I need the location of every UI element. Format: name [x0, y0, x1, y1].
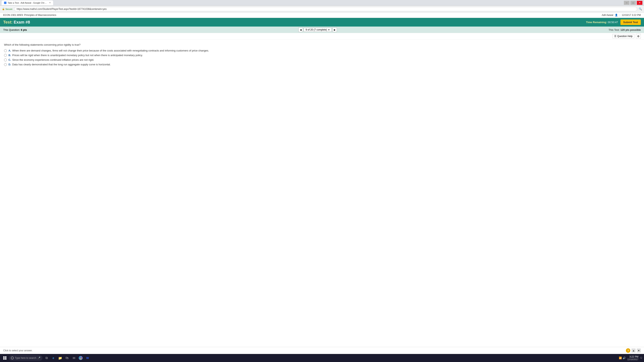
question-help-button[interactable]: ☰ Question Help [612, 34, 634, 38]
question-pts-label: This Question: [3, 28, 20, 31]
nav-progress-text: 9 of 20 (7 complete) [306, 28, 327, 31]
option-letter-a: A. [8, 49, 12, 52]
click-to-select-text: Click to select your answer. [3, 349, 32, 352]
windows-taskbar: Type here to search 🎤 ⧉ e 📁 🛍 ✉ W 📶 🔊 3:… [0, 354, 644, 362]
taskbar-search-text: Type here to search [15, 357, 36, 360]
taskbar-time-value: 3:22 PM [627, 355, 638, 358]
time-remaining-label: Time Remaining: [586, 21, 607, 24]
radio-option-d[interactable] [4, 63, 7, 66]
tab-close-icon[interactable]: ✕ [49, 1, 51, 4]
radio-option-a[interactable] [4, 49, 7, 52]
file-explorer-icon[interactable]: 📁 [57, 355, 64, 361]
answer-option-b[interactable]: B. Prices will be rigid when there is un… [4, 54, 640, 57]
bottom-status-bar: Click to select your answer. ? ▲ ▼ [0, 347, 644, 354]
bottom-right: ? ▲ ▼ [626, 348, 641, 353]
test-title: Test: Exam #8 [3, 20, 30, 24]
microphone-icon[interactable]: 🎤 [38, 357, 40, 360]
scroll-up-button[interactable]: ▲ [632, 349, 636, 353]
help-circle-button[interactable]: ? [626, 348, 630, 353]
time-remaining: Time Remaining: 00:50:47 [586, 21, 618, 24]
minimize-button[interactable]: ─ [624, 1, 630, 5]
notification-button[interactable]: 🗨 [640, 357, 642, 360]
network-icon: 📶 [619, 357, 622, 360]
timer-submit-area: Time Remaining: 00:50:47 Submit Test [586, 19, 641, 25]
address-bar: 🔒 Secure https://www.mathxl.com/Student/… [0, 6, 644, 12]
question-content: Which of the following statements concer… [0, 40, 644, 347]
answer-option-d[interactable]: D. Data has clearly demonstrated that th… [4, 63, 640, 66]
close-button[interactable]: ✕ [637, 1, 642, 5]
nav-controls: ◀ 9 of 20 (7 complete) ▼ ▶ [298, 27, 337, 32]
next-question-button[interactable]: ▶ [332, 27, 337, 32]
browser-tab[interactable]: Take a Test - Adil Awwal - Google Chrome… [2, 0, 53, 5]
option-letter-c: C. [8, 58, 12, 61]
volume-icon: 🔊 [623, 357, 626, 360]
taskbar-date-value: 12/10/2017 [627, 358, 638, 361]
option-letter-d: D. [8, 63, 12, 66]
tab-title: Take a Test - Adil Awwal - Google Chrome [8, 1, 48, 4]
test-name: Exam #8 [14, 20, 30, 24]
test-prefix: Test: [3, 20, 12, 24]
user-icon: 👤 [615, 14, 618, 16]
task-view-button[interactable]: ⧉ [43, 355, 50, 361]
time-remaining-value: 00:50:47 [608, 21, 618, 24]
taskbar-app-icons: ⧉ e 📁 🛍 ✉ W [43, 355, 91, 361]
url-bar[interactable]: https://www.mathxl.com/Student/PlayerTes… [14, 7, 637, 11]
taskbar-search-icon [11, 357, 14, 360]
test-total: This Test: 120 pts possible [608, 28, 641, 31]
store-icon[interactable]: 🛍 [64, 355, 70, 361]
option-text-d: Data has clearly demonstrated that the l… [12, 63, 111, 66]
nav-dropdown-icon[interactable]: ▼ [328, 29, 330, 31]
edge-app-icon[interactable]: e [50, 355, 56, 361]
address-search-icon[interactable]: 🔍 [639, 7, 642, 10]
browser-titlebar: Take a Test - Adil Awwal - Google Chrome… [0, 0, 644, 6]
maximize-button[interactable]: □ [630, 1, 636, 5]
window-controls: ─ □ ✕ [624, 1, 642, 5]
toolbar-row: ☰ Question Help ⚙ [0, 33, 644, 40]
chrome-app-icon[interactable] [78, 355, 84, 361]
test-header: Test: Exam #8 Time Remaining: 00:50:47 S… [0, 18, 644, 26]
radio-option-c[interactable] [4, 58, 7, 61]
lock-icon: 🔒 [2, 8, 5, 10]
secure-label: Secure [6, 8, 12, 10]
separator: | [620, 14, 620, 16]
datetime: 12/10/17 3:22 PM [622, 14, 641, 16]
mail-icon[interactable]: ✉ [71, 355, 77, 361]
option-text-a: When there are demand changes, firms wil… [12, 49, 209, 52]
taskbar-clock: 3:22 PM 12/10/2017 [627, 355, 638, 361]
system-tray-icons: 📶 🔊 [619, 357, 626, 360]
user-name: Adil Awwal [602, 14, 613, 16]
app-header: ECON 2301.WW3: Principles of Macroeconom… [0, 12, 644, 18]
answer-option-c[interactable]: C. Since the economy experiences continu… [4, 58, 640, 61]
submit-test-button[interactable]: Submit Test [620, 19, 641, 25]
radio-option-b[interactable] [4, 54, 7, 57]
user-info: Adil Awwal 👤 | 12/10/17 3:22 PM [602, 14, 641, 16]
start-button[interactable] [2, 355, 8, 361]
option-letter-b: B. [8, 54, 12, 57]
secure-badge: 🔒 Secure [2, 8, 12, 10]
question-pts-value: 6 pts [21, 28, 27, 31]
gear-icon: ⚙ [637, 35, 640, 38]
scroll-down-button[interactable]: ▼ [637, 349, 641, 353]
test-total-value: 120 pts possible [620, 28, 641, 31]
answer-options: A. When there are demand changes, firms … [4, 49, 640, 66]
question-nav-bar: This Question: 6 pts ◀ 9 of 20 (7 comple… [0, 26, 644, 33]
question-help-label: Question Help [617, 35, 632, 38]
taskbar-search-box[interactable]: Type here to search 🎤 [9, 355, 42, 361]
course-title: ECON 2301.WW3: Principles of Macroeconom… [3, 14, 56, 16]
prev-question-button[interactable]: ◀ [298, 27, 303, 32]
question-text: Which of the following statements concer… [4, 43, 640, 46]
tab-favicon-icon [4, 1, 6, 4]
question-points: This Question: 6 pts [3, 28, 27, 31]
word-app-icon[interactable]: W [84, 355, 91, 361]
question-help-icon: ☰ [614, 35, 616, 38]
answer-option-a[interactable]: A. When there are demand changes, firms … [4, 49, 640, 52]
option-text-c: Since the economy experiences continued … [12, 58, 94, 61]
taskbar-system-area: 📶 🔊 3:22 PM 12/10/2017 🗨 [619, 355, 642, 361]
test-total-label: This Test: [608, 28, 620, 31]
option-text-b: Prices will be rigid when there is unant… [12, 54, 143, 57]
settings-button[interactable]: ⚙ [636, 34, 641, 39]
nav-progress[interactable]: 9 of 20 (7 complete) ▼ [304, 28, 332, 32]
windows-logo-icon [3, 356, 6, 360]
